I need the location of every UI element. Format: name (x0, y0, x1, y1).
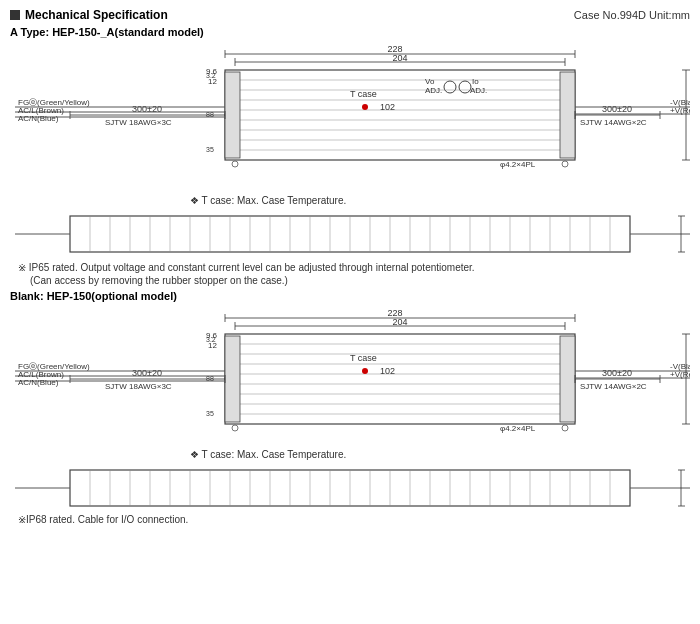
svg-text:AC/N(Blue): AC/N(Blue) (18, 378, 59, 387)
svg-text:3.2: 3.2 (206, 336, 216, 343)
svg-text:204: 204 (392, 53, 407, 63)
svg-text:+V(Red): +V(Red) (670, 370, 690, 379)
svg-text:SJTW 14AWG×2C: SJTW 14AWG×2C (580, 118, 647, 127)
svg-text:Vo: Vo (425, 77, 435, 86)
page-title: Mechanical Specification (25, 8, 168, 22)
svg-text:88: 88 (206, 375, 214, 382)
svg-text:ADJ.: ADJ. (425, 86, 442, 95)
case-info: Case No.994D Unit:mm (574, 9, 690, 21)
svg-rect-20 (560, 72, 575, 158)
ip68-note: ※IP68 rated. Cable for I/O connection. (18, 514, 690, 525)
diagram-a-top: 228 204 9.6 12 (10, 42, 690, 197)
svg-point-45 (362, 104, 368, 110)
svg-text:300±20: 300±20 (602, 368, 632, 378)
svg-text:3.2: 3.2 (206, 72, 216, 79)
page-container: Mechanical Specification Case No.994D Un… (0, 0, 700, 624)
svg-text:+V(Red): +V(Red) (670, 106, 690, 115)
diagram-a-side: 35.8 (10, 208, 690, 260)
svg-point-137 (562, 425, 568, 431)
diagram-a-side-svg: 35.8 (10, 208, 690, 260)
section-blank-label: Blank: HEP-150(optional model) (10, 290, 690, 302)
svg-text:35: 35 (206, 410, 214, 417)
svg-text:ADJ.: ADJ. (470, 86, 487, 95)
svg-point-49 (444, 81, 456, 93)
svg-point-139 (362, 368, 368, 374)
svg-text:SJTW 18AWG×3C: SJTW 18AWG×3C (105, 382, 172, 391)
header-row: Mechanical Specification Case No.994D Un… (10, 8, 690, 22)
diagram-blank-top: 228 204 9.6 12 300±20 (10, 306, 690, 451)
section-a-label: A Type: HEP-150-_A(standard model) (10, 26, 690, 38)
svg-text:φ4.2×4PL: φ4.2×4PL (500, 424, 536, 433)
diagram-a-svg: 228 204 9.6 12 (10, 42, 690, 197)
ip65-note-line1: ※ IP65 rated. Output voltage and constan… (18, 262, 690, 273)
title-box: Mechanical Specification (10, 8, 168, 22)
svg-text:AC/N(Blue): AC/N(Blue) (18, 114, 59, 123)
svg-text:88: 88 (206, 111, 214, 118)
svg-point-136 (232, 425, 238, 431)
svg-text:T case: T case (350, 89, 377, 99)
svg-text:204: 204 (392, 317, 407, 327)
svg-rect-113 (225, 336, 240, 422)
svg-text:102: 102 (380, 102, 395, 112)
svg-text:102: 102 (380, 366, 395, 376)
svg-text:SJTW 14AWG×2C: SJTW 14AWG×2C (580, 382, 647, 391)
svg-rect-10 (225, 70, 575, 160)
diagram-blank-side: 35.8 (10, 462, 690, 514)
svg-point-43 (562, 161, 568, 167)
svg-point-42 (232, 161, 238, 167)
title-icon (10, 10, 20, 20)
svg-text:Io: Io (472, 77, 479, 86)
svg-rect-114 (560, 336, 575, 422)
svg-text:35: 35 (206, 146, 214, 153)
diagram-blank-svg: 228 204 9.6 12 300±20 (10, 306, 690, 451)
svg-rect-104 (225, 334, 575, 424)
diagram-blank-side-svg: 35.8 (10, 462, 690, 514)
svg-rect-19 (225, 72, 240, 158)
ip65-note-line2: (Can access by removing the rubber stopp… (30, 275, 690, 286)
svg-text:T case: T case (350, 353, 377, 363)
svg-text:SJTW 18AWG×3C: SJTW 18AWG×3C (105, 118, 172, 127)
svg-text:φ4.2×4PL: φ4.2×4PL (500, 160, 536, 169)
svg-text:300±20: 300±20 (602, 104, 632, 114)
